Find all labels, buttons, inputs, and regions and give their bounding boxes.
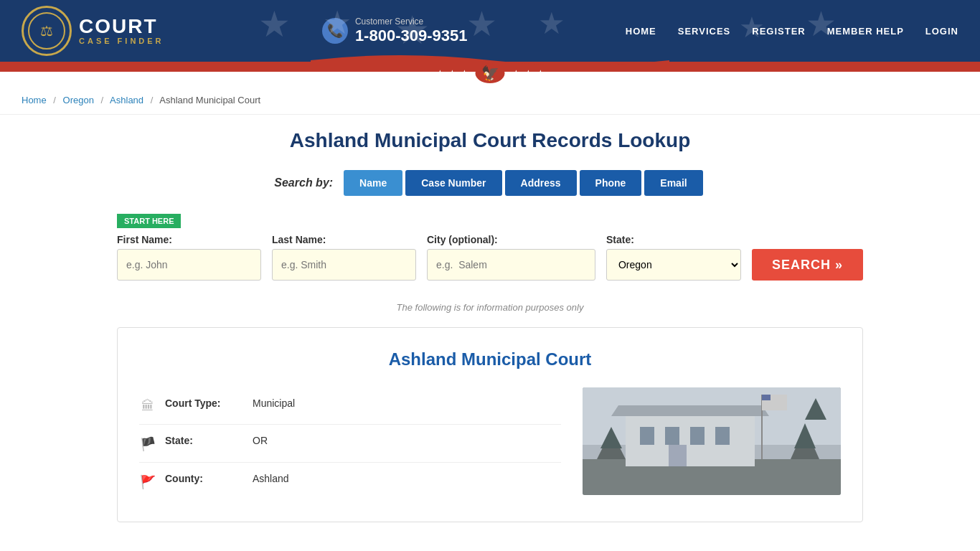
- breadcrumb-sep-1: /: [53, 95, 56, 105]
- nav-register[interactable]: REGISTER: [752, 26, 805, 37]
- logo-balance-icon: ⚖: [40, 22, 53, 39]
- court-image: [583, 387, 841, 495]
- breadcrumb-sep-3: /: [151, 95, 154, 105]
- last-name-field: Last Name:: [272, 234, 416, 281]
- left-stars: ★★★: [436, 68, 468, 78]
- court-type-row: 🏛 Court Type: Municipal: [139, 387, 561, 425]
- form-row: First Name: Last Name: City (optional): …: [117, 234, 863, 281]
- breadcrumb-oregon[interactable]: Oregon: [63, 95, 94, 105]
- county-flag-icon: 🚩: [139, 474, 156, 490]
- search-button[interactable]: SEARCH »: [752, 249, 863, 281]
- eagle-container: 🦅: [476, 63, 505, 83]
- court-building-svg: [583, 387, 841, 495]
- county-value: Ashland: [253, 473, 289, 484]
- court-info-grid: 🏛 Court Type: Municipal 🏴 State: OR 🚩 Co…: [139, 387, 841, 500]
- tab-address[interactable]: Address: [505, 170, 577, 196]
- logo-area[interactable]: ⚖ COURT CASE FINDER: [22, 6, 164, 56]
- city-label: City (optional):: [427, 234, 595, 245]
- state-select[interactable]: AlabamaAlaskaArizonaArkansasCaliforniaCo…: [606, 249, 741, 281]
- state-flag-icon: 🏴: [139, 436, 156, 452]
- tab-phone[interactable]: Phone: [580, 170, 642, 196]
- first-name-input[interactable]: [117, 249, 261, 281]
- phone-label: Customer Service: [355, 17, 468, 27]
- svg-rect-9: [669, 445, 687, 466]
- logo-inner: ⚖: [28, 12, 65, 50]
- nav-services[interactable]: SERVICES: [678, 26, 731, 37]
- eagle-icon: 🦅: [481, 65, 499, 81]
- info-note: The following is for information purpose…: [117, 302, 863, 313]
- tab-case-number[interactable]: Case Number: [405, 170, 501, 196]
- state-label: State:: [606, 234, 741, 245]
- court-info-section: Ashland Municipal Court 🏛 Court Type: Mu…: [117, 327, 863, 522]
- last-name-label: Last Name:: [272, 234, 416, 245]
- nav-login[interactable]: LOGIN: [925, 26, 958, 37]
- breadcrumb-ashland[interactable]: Ashland: [110, 95, 143, 105]
- main-content: Ashland Municipal Court Records Lookup S…: [95, 115, 885, 537]
- court-type-label: Court Type:: [165, 397, 244, 409]
- logo-circle: ⚖: [22, 6, 72, 56]
- tab-name[interactable]: Name: [344, 170, 402, 196]
- right-stars: ★★★: [512, 68, 545, 78]
- logo-court-text: COURT: [79, 17, 164, 37]
- breadcrumb-home[interactable]: Home: [22, 95, 47, 105]
- red-wave-bar: ★★★ 🦅 ★★★: [0, 62, 980, 72]
- city-field: City (optional):: [427, 234, 595, 281]
- logo-case-text: CASE FINDER: [79, 37, 164, 45]
- state-value: OR: [253, 435, 268, 446]
- phone-icon: 📞: [322, 18, 348, 44]
- phone-area: 📞 Customer Service 1-800-309-9351: [322, 17, 468, 45]
- eagle-row: ★★★ 🦅 ★★★: [436, 63, 545, 83]
- state-label-row: State:: [165, 435, 244, 446]
- court-info-title: Ashland Municipal Court: [139, 349, 841, 369]
- svg-marker-4: [611, 405, 769, 416]
- page-title: Ashland Municipal Court Records Lookup: [117, 129, 863, 152]
- svg-rect-12: [762, 395, 771, 400]
- first-name-field: First Name:: [117, 234, 261, 281]
- phone-details: Customer Service 1-800-309-9351: [355, 17, 468, 45]
- svg-rect-8: [715, 427, 730, 445]
- start-here-badge: START HERE: [117, 214, 181, 228]
- tab-email[interactable]: Email: [644, 170, 702, 196]
- court-info-details: 🏛 Court Type: Municipal 🏴 State: OR 🚩 Co…: [139, 387, 561, 500]
- search-by-label: Search by:: [274, 176, 333, 189]
- main-nav: HOME SERVICES REGISTER MEMBER HELP LOGIN: [626, 26, 958, 37]
- city-input[interactable]: [427, 249, 595, 281]
- state-row: 🏴 State: OR: [139, 425, 561, 463]
- nav-member-help[interactable]: MEMBER HELP: [827, 26, 904, 37]
- building-icon: 🏛: [139, 399, 156, 414]
- phone-number: 1-800-309-9351: [355, 27, 468, 45]
- nav-home[interactable]: HOME: [626, 26, 656, 37]
- search-by-row: Search by: Name Case Number Address Phon…: [117, 170, 863, 196]
- svg-rect-7: [690, 427, 705, 445]
- breadcrumb-current: Ashland Municipal Court: [159, 95, 260, 105]
- breadcrumb: Home / Oregon / Ashland / Ashland Munici…: [0, 86, 980, 115]
- first-name-label: First Name:: [117, 234, 261, 245]
- state-field: State: AlabamaAlaskaArizonaArkansasCalif…: [606, 234, 741, 281]
- county-label: County:: [165, 473, 244, 484]
- last-name-input[interactable]: [272, 249, 416, 281]
- svg-rect-5: [640, 427, 654, 445]
- svg-rect-6: [665, 427, 679, 445]
- logo-text: COURT CASE FINDER: [79, 17, 164, 45]
- county-row: 🚩 County: Ashland: [139, 463, 561, 500]
- search-form-container: START HERE First Name: Last Name: City (…: [117, 207, 863, 291]
- court-type-value: Municipal: [253, 397, 295, 409]
- breadcrumb-sep-2: /: [101, 95, 104, 105]
